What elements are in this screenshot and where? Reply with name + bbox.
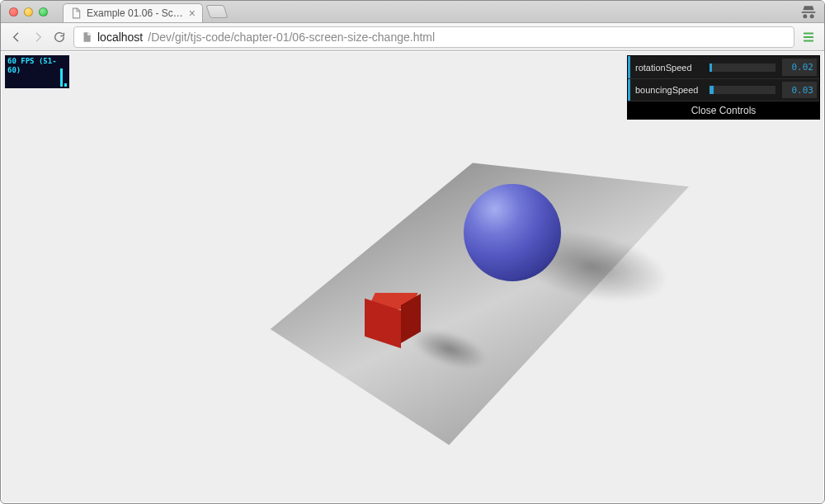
gui-row-bouncingSpeed: bouncingSpeed — [628, 78, 819, 101]
back-button[interactable] — [9, 30, 24, 45]
fps-bar — [64, 83, 67, 87]
close-tab-icon[interactable]: × — [189, 7, 196, 19]
new-tab-button[interactable] — [205, 5, 228, 18]
zoom-window-icon[interactable] — [39, 7, 48, 16]
page-viewport: 60 FPS (51-60) rotationSpeedbouncingSpee… — [2, 52, 823, 502]
page-icon — [70, 7, 82, 19]
stats-panel[interactable]: 60 FPS (51-60) — [5, 55, 69, 88]
tab-title: Example 01.06 - Screen s… — [87, 7, 184, 19]
fps-bar — [60, 68, 63, 87]
gui-row-rotationSpeed: rotationSpeed — [628, 56, 819, 78]
gui-number-input[interactable] — [782, 82, 817, 98]
scene-sphere — [464, 184, 561, 281]
incognito-icon — [799, 3, 818, 20]
minimize-window-icon[interactable] — [24, 7, 33, 16]
browser-tab[interactable]: Example 01.06 - Screen s… × — [63, 3, 203, 22]
forward-button[interactable] — [31, 30, 45, 45]
dat-gui-panel: rotationSpeedbouncingSpeed Close Control… — [627, 55, 820, 120]
address-bar[interactable]: localhost/Dev/git/tjs-code/chapter-01/06… — [73, 26, 794, 48]
menu-button[interactable] — [801, 30, 816, 45]
toolbar: localhost/Dev/git/tjs-code/chapter-01/06… — [1, 23, 824, 51]
gui-slider[interactable] — [706, 56, 779, 78]
gui-slider[interactable] — [706, 79, 779, 101]
scene-cube — [365, 293, 422, 351]
browser-window: Example 01.06 - Screen s… × localhost/De… — [0, 0, 825, 504]
url-host: localhost — [97, 31, 143, 44]
tab-strip: Example 01.06 - Screen s… × — [1, 1, 824, 23]
close-window-icon[interactable] — [9, 7, 18, 16]
window-controls — [1, 1, 56, 22]
page-icon — [81, 31, 92, 43]
gui-control-label: rotationSpeed — [630, 56, 706, 78]
gui-close-button[interactable]: Close Controls — [628, 101, 819, 119]
gui-control-label: bouncingSpeed — [630, 79, 706, 101]
reload-button[interactable] — [52, 30, 67, 45]
url-path: /Dev/git/tjs-code/chapter-01/06-screen-s… — [148, 31, 435, 44]
gui-number-input[interactable] — [782, 59, 817, 76]
